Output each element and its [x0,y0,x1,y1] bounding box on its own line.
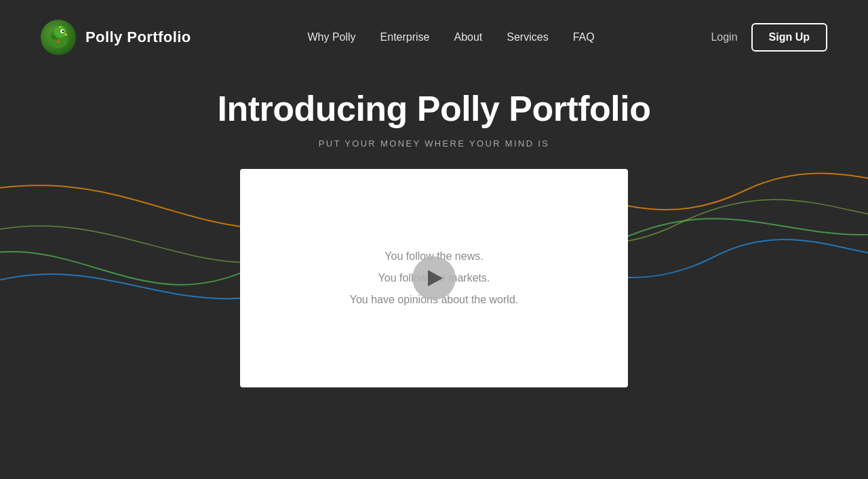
nav-links: Why Polly Enterprise About Services FAQ [307,31,594,43]
login-button[interactable]: Login [711,31,737,43]
nav-link-about[interactable]: About [454,31,482,43]
hero-subtitle: PUT YOUR MONEY WHERE YOUR MIND IS [319,138,550,149]
logo[interactable]: Polly Portfolio [41,20,191,55]
nav-actions: Login Sign Up [711,23,827,52]
logo-icon [41,20,76,55]
hero-section: Introducing Polly Portfolio PUT YOUR MON… [0,75,868,387]
play-button[interactable] [412,256,456,300]
nav-link-enterprise[interactable]: Enterprise [380,31,430,43]
svg-point-3 [62,31,64,33]
signup-button[interactable]: Sign Up [751,23,827,52]
nav-link-services[interactable]: Services [507,31,548,43]
nav-link-why-polly[interactable]: Why Polly [307,31,355,43]
video-player[interactable]: You follow the news. You follow the mark… [240,169,628,387]
hero-title: Introducing Polly Portfolio [218,88,651,129]
nav-link-faq[interactable]: FAQ [573,31,595,43]
brand-name: Polly Portfolio [85,28,191,46]
navbar: Polly Portfolio Why Polly Enterprise Abo… [0,0,868,75]
